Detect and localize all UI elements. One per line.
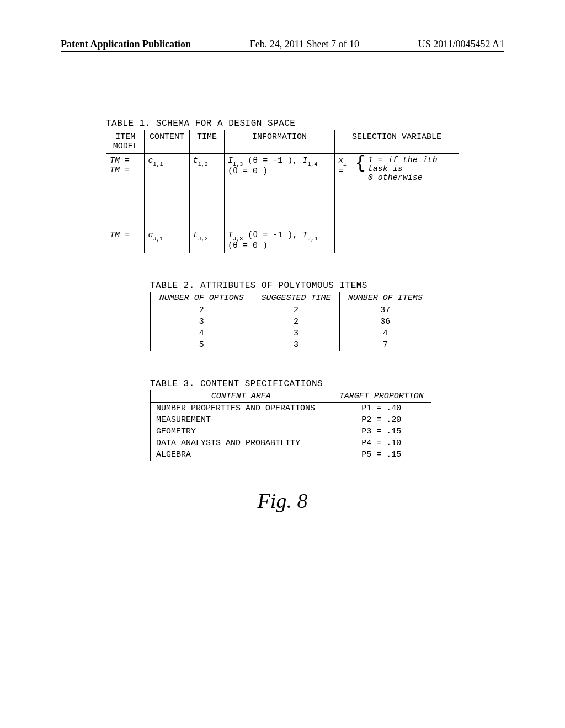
figure-label: Fig. 8 (106, 489, 459, 513)
table3-row: DATA ANALYSIS AND PROBABILITY P4 = .10 (151, 437, 431, 449)
table2-cell: 3 (151, 316, 253, 328)
table3-cell-area: DATA ANALYSIS AND PROBABILITY (151, 437, 332, 449)
brace-icon: { (355, 156, 366, 170)
table1-th-time: TIME (189, 130, 224, 154)
table3-cell-prop: P2 = .20 (332, 414, 431, 426)
table3-th-prop: TARGET PROPORTION (332, 390, 431, 403)
table2: NUMBER OF OPTIONS SUGGESTED TIME NUMBER … (150, 292, 431, 351)
table1-r1-im-top: TM = (110, 156, 141, 165)
table3-caption: TABLE 3. CONTENT SPECIFICATIONS (150, 379, 459, 389)
table2-cell: 5 (151, 339, 253, 351)
table1-th-selection: SELECTION VARIABLE (335, 130, 459, 154)
table1-r1-item-model: TM = TM = (106, 154, 145, 228)
header-mid: Feb. 24, 2011 Sheet 7 of 10 (250, 39, 359, 50)
table1-r2-selection (335, 228, 459, 253)
table1-r1-info: I1,3 (θ = -1 ), I1,4 (θ = 0 ) (225, 154, 335, 228)
table3-cell-prop: P3 = .15 (332, 426, 431, 437)
table2-header-row: NUMBER OF OPTIONS SUGGESTED TIME NUMBER … (151, 292, 431, 304)
table3: CONTENT AREA TARGET PROPORTION NUMBER PR… (150, 390, 431, 461)
table3-row: NUMBER PROPERTIES AND OPERATIONS P1 = .4… (151, 403, 431, 415)
table2-cell: 2 (253, 304, 339, 317)
header-right: US 2011/0045452 A1 (418, 39, 504, 50)
table2-cell: 2 (151, 304, 253, 317)
table1-caption: TABLE 1. SCHEMA FOR A DESIGN SPACE (106, 119, 459, 129)
table2-cell: 36 (339, 316, 431, 328)
table1-r1-im-bot: TM = (110, 165, 141, 175)
table1-r2-info: IJ,3 (θ = -1 ), IJ,4 (θ = 0 ) (225, 228, 335, 253)
table3-row: GEOMETRY P3 = .15 (151, 426, 431, 437)
table1-header-row: ITEM MODEL CONTENT TIME INFORMATION SELE… (106, 130, 459, 154)
figure-content: TABLE 1. SCHEMA FOR A DESIGN SPACE ITEM … (106, 119, 459, 513)
page-header: Patent Application Publication Feb. 24, … (61, 39, 504, 52)
table1-r1-sel-line2: 0 otherwise (368, 174, 455, 183)
table1-r1-content: c1,1 (145, 154, 189, 228)
table3-row: ALGEBRA P5 = .15 (151, 449, 431, 461)
table3-cell-area: MEASUREMENT (151, 414, 332, 426)
header-left: Patent Application Publication (61, 39, 191, 50)
table2-caption: TABLE 2. ATTRIBUTES OF POLYTOMOUS ITEMS (150, 281, 459, 291)
table1-r1-sel-line1: 1 = if the ith task is (368, 156, 455, 174)
table2-cell: 4 (339, 328, 431, 339)
table1-row2: TM = cJ,1 tJ,2 IJ,3 (θ = -1 ), IJ,4 (θ =… (106, 228, 459, 253)
table2-row: 4 3 4 (151, 328, 431, 339)
table3-cell-prop: P5 = .15 (332, 449, 431, 461)
table3-cell-area: NUMBER PROPERTIES AND OPERATIONS (151, 403, 332, 415)
table2-th-options: NUMBER OF OPTIONS (151, 292, 253, 304)
table1-r2-content: cJ,1 (145, 228, 189, 253)
table1-th-item-model: ITEM MODEL (106, 130, 145, 154)
table2-row: 5 3 7 (151, 339, 431, 351)
table1: ITEM MODEL CONTENT TIME INFORMATION SELE… (106, 130, 459, 253)
table1-r1-time: t1,2 (189, 154, 224, 228)
table1-th-content: CONTENT (145, 130, 189, 154)
table3-header-row: CONTENT AREA TARGET PROPORTION (151, 390, 431, 403)
table1-th-information: INFORMATION (225, 130, 335, 154)
table3-cell-prop: P4 = .10 (332, 437, 431, 449)
table2-cell: 4 (151, 328, 253, 339)
table1-r1-selection: xi = { 1 = if the ith task is 0 otherwis… (335, 154, 459, 228)
table1-r2-item-model: TM = (106, 228, 145, 253)
table3-cell-area: GEOMETRY (151, 426, 332, 437)
table2-cell: 2 (253, 316, 339, 328)
table1-row1: TM = TM = c1,1 t1,2 I1,3 (θ = -1 ), I1,4… (106, 154, 459, 228)
table2-cell: 7 (339, 339, 431, 351)
table2-cell: 3 (253, 328, 339, 339)
table2-row: 2 2 37 (151, 304, 431, 317)
table1-r2-time: tJ,2 (189, 228, 224, 253)
page-root: Patent Application Publication Feb. 24, … (0, 0, 565, 728)
table3-th-area: CONTENT AREA (151, 390, 332, 403)
table2-row: 3 2 36 (151, 316, 431, 328)
table2-th-items: NUMBER OF ITEMS (339, 292, 431, 304)
table3-cell-prop: P1 = .40 (332, 403, 431, 415)
table2-cell: 37 (339, 304, 431, 317)
table2-th-time: SUGGESTED TIME (253, 292, 339, 304)
table3-cell-area: ALGEBRA (151, 449, 332, 461)
table2-cell: 3 (253, 339, 339, 351)
table3-row: MEASUREMENT P2 = .20 (151, 414, 431, 426)
